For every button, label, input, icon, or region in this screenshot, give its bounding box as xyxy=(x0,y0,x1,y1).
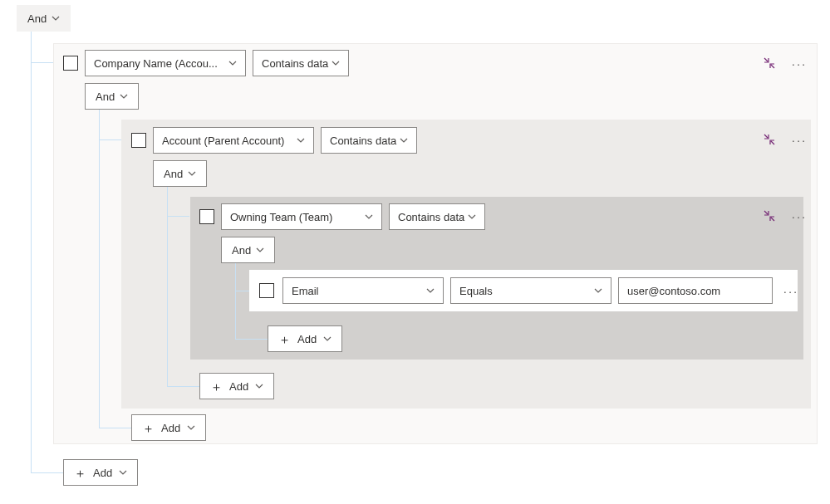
entity-dropdown-level2[interactable]: Account (Parent Account) xyxy=(153,127,314,154)
chevron-down-icon xyxy=(332,59,340,67)
more-button[interactable]: ··· xyxy=(788,128,811,151)
add-label: Add xyxy=(93,467,112,479)
condition-dropdown-level2[interactable]: Contains data xyxy=(321,127,417,154)
condition-label: Contains data xyxy=(262,57,332,70)
connector-line xyxy=(31,472,64,473)
more-button[interactable]: ··· xyxy=(779,279,803,302)
select-checkbox[interactable] xyxy=(63,56,78,71)
logical-operator-level1[interactable]: And xyxy=(85,83,139,110)
logical-operator-level2[interactable]: And xyxy=(153,160,207,187)
connector-line xyxy=(167,386,200,387)
chevron-down-icon xyxy=(323,335,332,343)
select-checkbox[interactable] xyxy=(131,133,146,148)
value-input[interactable]: user@contoso.com xyxy=(618,277,773,304)
more-button[interactable]: ··· xyxy=(788,204,811,228)
connector-line xyxy=(167,216,189,217)
chevron-down-icon xyxy=(228,59,237,67)
connector-line xyxy=(167,187,168,386)
entity-label: Company Name (Accou... xyxy=(94,57,228,70)
add-button[interactable]: ＋ Add xyxy=(131,414,206,441)
select-checkbox[interactable] xyxy=(259,283,274,298)
chevron-down-icon xyxy=(255,382,263,390)
operator-label: And xyxy=(96,91,115,103)
more-icon: ··· xyxy=(792,56,808,71)
field-label: Email xyxy=(292,285,426,297)
chevron-down-icon xyxy=(426,286,435,295)
chevron-down-icon xyxy=(365,213,373,221)
chevron-down-icon xyxy=(188,169,196,178)
chevron-down-icon xyxy=(468,213,476,221)
plus-icon: ＋ xyxy=(278,333,291,345)
add-button[interactable]: ＋ Add xyxy=(63,459,138,486)
logical-operator-root[interactable]: And xyxy=(17,5,71,32)
chevron-down-icon xyxy=(120,92,128,100)
entity-label: Owning Team (Team) xyxy=(230,211,365,223)
add-label: Add xyxy=(229,380,248,393)
connector-line xyxy=(31,62,53,63)
collapse-button[interactable] xyxy=(758,204,781,228)
chevron-down-icon xyxy=(119,468,127,477)
add-label: Add xyxy=(297,333,317,345)
chevron-down-icon xyxy=(52,14,60,22)
operator-dropdown[interactable]: Equals xyxy=(450,277,611,304)
chevron-down-icon xyxy=(256,246,264,254)
chevron-down-icon xyxy=(297,136,305,144)
chevron-down-icon xyxy=(594,286,602,295)
connector-line xyxy=(31,284,32,472)
logical-operator-level3[interactable]: And xyxy=(221,237,275,263)
more-icon: ··· xyxy=(792,133,808,147)
connector-line xyxy=(31,32,32,284)
add-button[interactable]: ＋ Add xyxy=(199,373,274,399)
condition-label: Contains data xyxy=(330,135,400,147)
plus-icon: ＋ xyxy=(142,422,155,434)
operator-label: Equals xyxy=(459,285,594,297)
entity-label: Account (Parent Account) xyxy=(162,135,297,147)
more-icon: ··· xyxy=(792,209,808,223)
connector-line xyxy=(235,263,236,340)
connector-line xyxy=(99,428,132,428)
plus-icon: ＋ xyxy=(210,380,223,393)
connector-line xyxy=(99,110,100,284)
select-checkbox[interactable] xyxy=(199,209,214,224)
condition-dropdown-level3[interactable]: Contains data xyxy=(389,203,485,230)
value-text: user@contoso.com xyxy=(627,285,720,297)
more-icon: ··· xyxy=(783,284,799,298)
chevron-down-icon xyxy=(400,136,408,144)
connector-line xyxy=(99,284,100,428)
condition-label: Contains data xyxy=(398,211,468,223)
operator-label: And xyxy=(27,12,47,25)
entity-dropdown-level3[interactable]: Owning Team (Team) xyxy=(221,203,382,230)
operator-label: And xyxy=(232,244,251,257)
add-button[interactable]: ＋ Add xyxy=(268,325,342,352)
condition-dropdown-level1[interactable]: Contains data xyxy=(253,50,349,76)
operator-label: And xyxy=(164,168,183,180)
plus-icon: ＋ xyxy=(74,467,86,479)
collapse-button[interactable] xyxy=(758,128,781,151)
more-button[interactable]: ··· xyxy=(788,51,811,75)
collapse-button[interactable] xyxy=(758,51,781,75)
field-dropdown[interactable]: Email xyxy=(282,277,444,304)
connector-line xyxy=(99,139,121,140)
connector-line xyxy=(235,291,250,291)
chevron-down-icon xyxy=(187,423,195,432)
entity-dropdown-level1[interactable]: Company Name (Accou... xyxy=(85,50,246,76)
add-label: Add xyxy=(161,422,180,434)
connector-line xyxy=(235,339,268,340)
